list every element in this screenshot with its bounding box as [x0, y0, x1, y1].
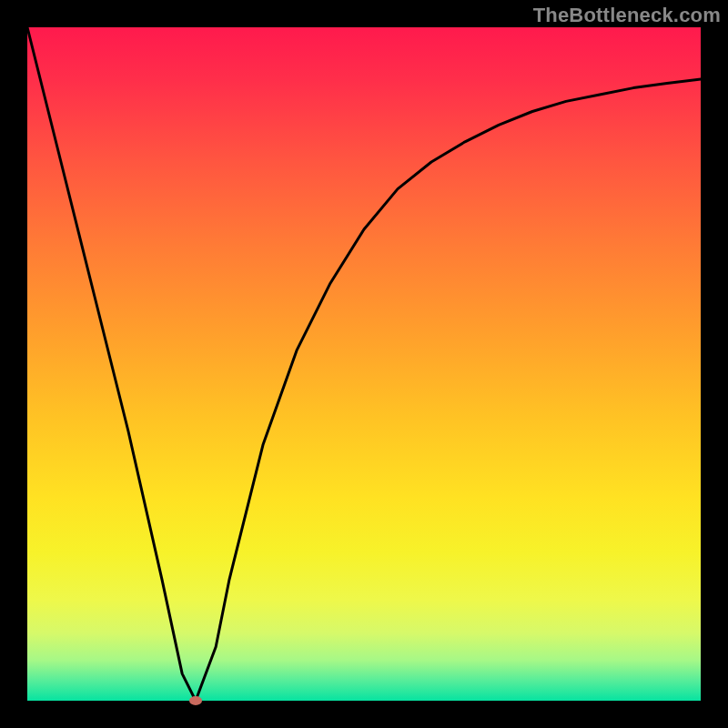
watermark-text: TheBottleneck.com	[533, 4, 721, 27]
plot-area	[27, 27, 701, 701]
minimum-marker	[189, 696, 202, 705]
chart-frame: TheBottleneck.com	[0, 0, 728, 728]
